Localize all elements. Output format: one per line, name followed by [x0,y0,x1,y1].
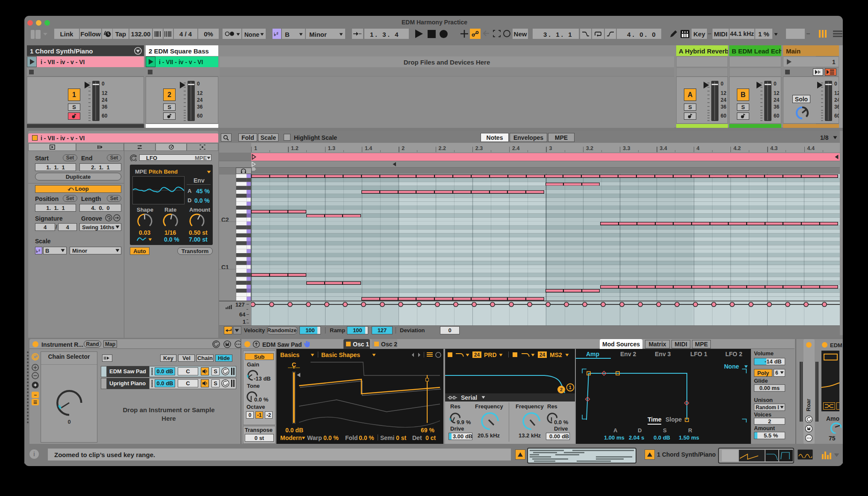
svg-text:1: 1 [569,385,572,390]
svg-text:♯: ♯ [38,248,40,252]
svg-text:♭: ♭ [36,249,38,254]
svg-text:♯: ♯ [276,31,279,35]
svg-text:♭: ♭ [274,32,276,37]
